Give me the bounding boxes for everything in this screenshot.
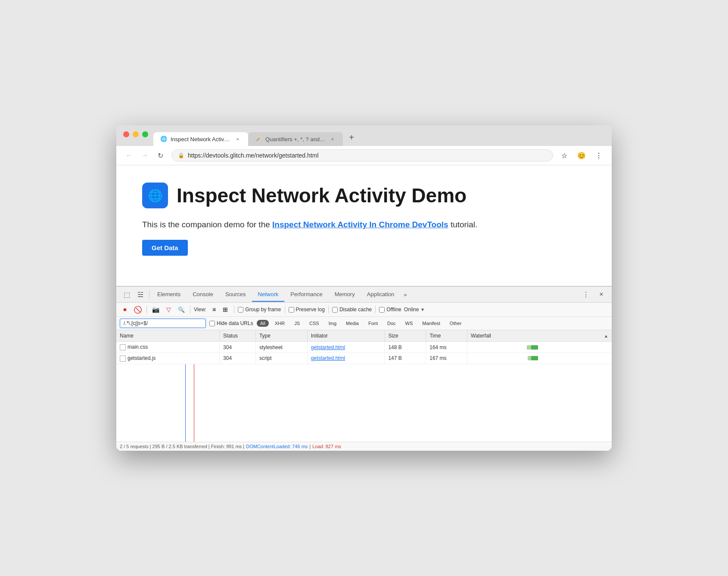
maximize-button[interactable] — [142, 131, 148, 137]
status-separator: | — [309, 444, 311, 449]
filter-js[interactable]: JS — [291, 320, 303, 327]
screenshot-button[interactable]: 📷 — [150, 304, 161, 315]
row2-initiator[interactable]: getstarted.html — [307, 353, 385, 364]
tab-more-button[interactable]: » — [400, 288, 410, 301]
tab-quantifiers[interactable]: 🪄 Quantifiers +, *, ? and {n} × — [248, 132, 343, 146]
toolbar-separator-5 — [328, 306, 329, 313]
browser-menu-button[interactable]: ⋮ — [593, 149, 605, 161]
col-size[interactable]: Size — [385, 330, 426, 342]
col-waterfall[interactable]: Waterfall ▲ — [467, 330, 612, 342]
row1-status: 304 — [220, 342, 256, 353]
row2-time: 167 ms — [426, 353, 467, 364]
preserve-log-label[interactable]: Preserve log — [289, 307, 325, 313]
col-time[interactable]: Time — [426, 330, 467, 342]
filter-img[interactable]: Img — [325, 320, 340, 327]
clear-button[interactable]: 🚫 — [133, 304, 143, 315]
hide-data-urls-text: Hide data URLs — [217, 320, 253, 326]
table-row[interactable]: getstarted.js 304 script getstarted.html… — [116, 353, 612, 364]
filter-css[interactable]: CSS — [306, 320, 323, 327]
url-text: https://devtools.glitch.me/network/getst… — [188, 152, 547, 159]
group-by-frame-checkbox[interactable] — [238, 307, 243, 313]
throttle-dropdown[interactable]: ▾ — [421, 307, 424, 313]
grid-view-button[interactable]: ⊞ — [220, 304, 230, 315]
filter-other[interactable]: Other — [446, 320, 465, 327]
devtools-menu-button[interactable]: ⋮ — [579, 287, 593, 302]
tab-title-2: Quantifiers +, *, ? and {n} — [265, 136, 326, 142]
tab-network[interactable]: Network — [252, 288, 285, 302]
filter-toggle-button[interactable]: ▽ — [163, 304, 174, 315]
disable-cache-label[interactable]: Disable cache — [332, 307, 372, 313]
filter-bar: /.*\.[cj]s+$/ Hide data URLs All XHR JS … — [116, 317, 612, 330]
filter-manifest[interactable]: Manifest — [419, 320, 444, 327]
col-status[interactable]: Status — [220, 330, 256, 342]
tab-inspect-network[interactable]: 🌐 Inspect Network Activity Demo × — [153, 132, 248, 146]
row2-type: script — [255, 353, 307, 364]
tab-elements[interactable]: Elements — [151, 288, 187, 302]
filter-type-buttons: All XHR JS CSS Img Media Font Doc WS Man… — [257, 320, 465, 327]
row1-initiator[interactable]: getstarted.html — [307, 342, 385, 353]
tab-console[interactable]: Console — [187, 288, 219, 302]
get-data-button[interactable]: Get Data — [142, 240, 188, 256]
table-row[interactable]: main.css 304 stylesheet getstarted.html … — [116, 342, 612, 353]
preserve-log-checkbox[interactable] — [289, 307, 294, 313]
col-initiator[interactable]: Initiator — [307, 330, 385, 342]
offline-label[interactable]: Offline — [379, 307, 401, 313]
record-button[interactable]: ● — [120, 304, 130, 315]
list-view-button[interactable]: ≡ — [209, 304, 219, 315]
url-bar[interactable]: 🔒 https://devtools.glitch.me/network/get… — [171, 149, 553, 161]
tab-close-1[interactable]: × — [234, 136, 241, 142]
devtools-link[interactable]: Inspect Network Activity In Chrome DevTo… — [272, 220, 448, 229]
title-bar: 🌐 Inspect Network Activity Demo × 🪄 Quan… — [116, 125, 612, 146]
devtools-close-button[interactable]: × — [594, 287, 608, 302]
minimize-button[interactable] — [133, 131, 139, 137]
toolbar-separator-6 — [375, 306, 376, 313]
browser-window: 🌐 Inspect Network Activity Demo × 🪄 Quan… — [116, 125, 612, 451]
url-protocol: https:// — [188, 152, 206, 159]
hide-data-urls-checkbox[interactable] — [209, 321, 215, 326]
filter-ws[interactable]: WS — [402, 320, 417, 327]
filter-all[interactable]: All — [257, 320, 269, 327]
view-buttons: ≡ ⊞ — [209, 304, 230, 315]
bookmark-button[interactable]: ☆ — [558, 149, 570, 161]
offline-checkbox[interactable] — [379, 307, 385, 313]
profile-button[interactable]: 😊 — [576, 149, 588, 161]
tab-sources[interactable]: Sources — [219, 288, 252, 302]
page-header: 🌐 Inspect Network Activity Demo — [142, 183, 586, 208]
page-description: This is the companion demo for the Inspe… — [142, 219, 586, 231]
forward-button[interactable]: → — [139, 149, 151, 161]
nav-buttons: ← → ↻ — [123, 149, 166, 161]
close-button[interactable] — [123, 131, 129, 137]
col-type[interactable]: Type — [255, 330, 307, 342]
new-tab-button[interactable]: + — [345, 130, 358, 144]
file-icon-2 — [120, 356, 126, 362]
filter-doc[interactable]: Doc — [384, 320, 399, 327]
search-button[interactable]: 🔍 — [176, 304, 187, 315]
preserve-log-text: Preserve log — [296, 307, 325, 313]
filter-xhr[interactable]: XHR — [271, 320, 288, 327]
page-logo-icon: 🌐 — [148, 189, 163, 203]
tab-performance[interactable]: Performance — [284, 288, 328, 302]
network-toolbar: ● 🚫 📷 ▽ 🔍 View: ≡ ⊞ Group by frame Prese… — [116, 303, 612, 317]
waterfall-label: Waterfall — [471, 333, 491, 339]
tab-favicon-2: 🪄 — [255, 136, 262, 142]
filter-media[interactable]: Media — [342, 320, 362, 327]
hide-data-urls-label[interactable]: Hide data URLs — [209, 320, 253, 326]
page-title: Inspect Network Activity Demo — [177, 184, 467, 207]
row1-size: 148 B — [385, 342, 426, 353]
filter-font[interactable]: Font — [365, 320, 381, 327]
disable-cache-checkbox[interactable] — [332, 307, 338, 313]
toolbar-separator-2 — [190, 306, 190, 313]
device-mode-icon[interactable]: ☱ — [134, 287, 147, 302]
tab-memory[interactable]: Memory — [329, 288, 361, 302]
tab-application[interactable]: Application — [361, 288, 401, 302]
refresh-button[interactable]: ↻ — [154, 149, 166, 161]
waterfall-sort-icon: ▲ — [604, 334, 608, 338]
col-name[interactable]: Name — [116, 330, 220, 342]
group-by-frame-label[interactable]: Group by frame — [238, 307, 281, 313]
element-picker-icon[interactable]: ⬚ — [120, 287, 134, 302]
toolbar-separator-3 — [234, 306, 234, 313]
tab-favicon-1: 🌐 — [160, 136, 167, 142]
tab-close-2[interactable]: × — [329, 136, 336, 142]
filter-input[interactable]: /.*\.[cj]s+$/ — [120, 319, 206, 328]
back-button[interactable]: ← — [123, 149, 135, 161]
